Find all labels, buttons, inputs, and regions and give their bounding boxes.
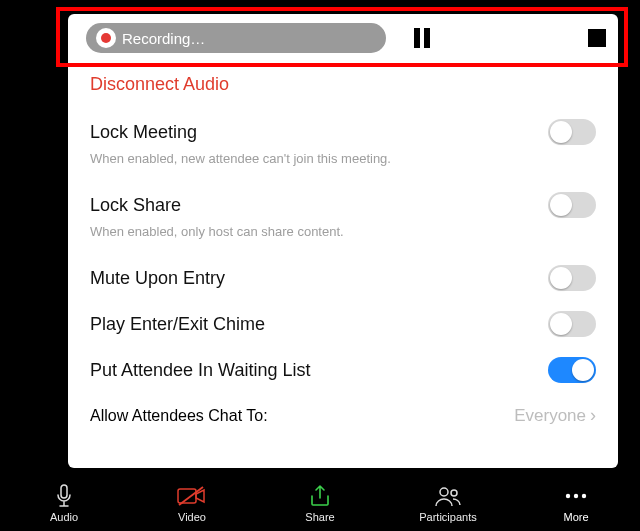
- mute-upon-entry-label: Mute Upon Entry: [90, 268, 225, 289]
- disconnect-audio-label: Disconnect Audio: [90, 74, 229, 94]
- allow-chat-label: Allow Attendees Chat To:: [90, 407, 268, 425]
- pause-recording-button[interactable]: [414, 28, 430, 48]
- disconnect-audio-button[interactable]: Disconnect Audio: [90, 62, 596, 109]
- more-options-popover: Recording… Disconnect Audio Lock Meeting…: [68, 14, 618, 468]
- lock-share-label: Lock Share: [90, 195, 181, 216]
- tab-share[interactable]: Share: [280, 483, 360, 523]
- lock-meeting-description: When enabled, new attendee can't join th…: [90, 151, 596, 182]
- microphone-icon: [54, 483, 74, 509]
- share-icon: [309, 483, 331, 509]
- recording-status-pill[interactable]: Recording…: [86, 23, 386, 53]
- tab-more-label: More: [563, 511, 588, 523]
- video-off-icon: [177, 483, 207, 509]
- enter-exit-chime-row[interactable]: Play Enter/Exit Chime: [90, 301, 596, 347]
- lock-meeting-row[interactable]: Lock Meeting: [90, 109, 596, 155]
- recording-status-label: Recording…: [122, 30, 205, 47]
- app-stage: Recording… Disconnect Audio Lock Meeting…: [0, 0, 640, 531]
- allow-chat-row[interactable]: Allow Attendees Chat To: Everyone ›: [90, 393, 596, 438]
- settings-list: Disconnect Audio Lock Meeting When enabl…: [68, 62, 618, 438]
- tab-participants[interactable]: Participants: [408, 483, 488, 523]
- pause-icon: [424, 28, 430, 48]
- record-icon: [96, 28, 116, 48]
- tab-more[interactable]: More: [536, 483, 616, 523]
- svg-point-3: [451, 490, 457, 496]
- tab-participants-label: Participants: [419, 511, 476, 523]
- recording-controls-bar: Recording…: [68, 14, 618, 62]
- waiting-list-row[interactable]: Put Attendee In Waiting List: [90, 347, 596, 393]
- tab-audio-label: Audio: [50, 511, 78, 523]
- svg-point-5: [574, 494, 578, 498]
- svg-rect-0: [178, 489, 196, 503]
- svg-point-6: [582, 494, 586, 498]
- lock-share-description: When enabled, only host can share conten…: [90, 224, 596, 255]
- pause-icon: [414, 28, 420, 48]
- participants-icon: [434, 483, 462, 509]
- allow-chat-value: Everyone: [514, 406, 586, 426]
- waiting-list-label: Put Attendee In Waiting List: [90, 360, 310, 381]
- more-icon: [563, 483, 589, 509]
- bottom-tab-bar: Audio Video Share Participants More: [0, 475, 640, 531]
- lock-share-row[interactable]: Lock Share: [90, 182, 596, 228]
- lock-meeting-toggle[interactable]: [548, 119, 596, 145]
- tab-video-label: Video: [178, 511, 206, 523]
- stop-recording-button[interactable]: [588, 29, 606, 47]
- tab-share-label: Share: [305, 511, 334, 523]
- waiting-list-toggle[interactable]: [548, 357, 596, 383]
- enter-exit-chime-label: Play Enter/Exit Chime: [90, 314, 265, 335]
- enter-exit-chime-toggle[interactable]: [548, 311, 596, 337]
- lock-meeting-label: Lock Meeting: [90, 122, 197, 143]
- tab-video[interactable]: Video: [152, 483, 232, 523]
- svg-point-4: [566, 494, 570, 498]
- mute-upon-entry-toggle[interactable]: [548, 265, 596, 291]
- mute-upon-entry-row[interactable]: Mute Upon Entry: [90, 255, 596, 301]
- svg-point-2: [440, 488, 448, 496]
- chevron-right-icon: ›: [590, 405, 596, 426]
- lock-share-toggle[interactable]: [548, 192, 596, 218]
- allow-chat-value-group: Everyone ›: [514, 405, 596, 426]
- tab-audio[interactable]: Audio: [24, 483, 104, 523]
